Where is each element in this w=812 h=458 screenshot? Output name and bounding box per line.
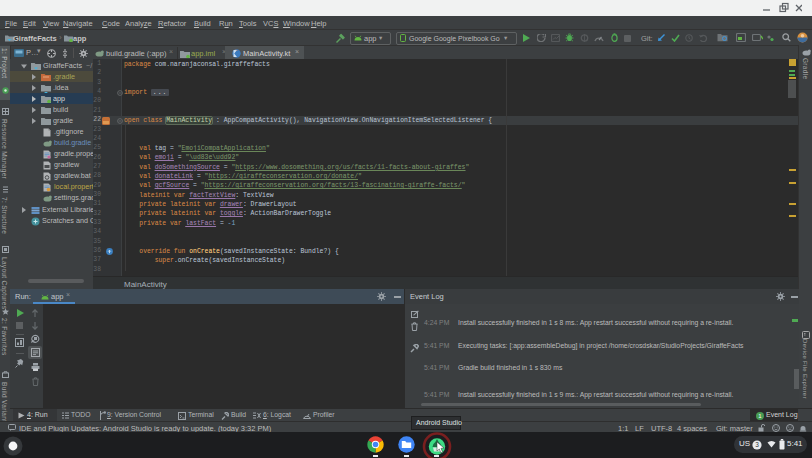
svg-text:3: 3 <box>755 441 759 448</box>
